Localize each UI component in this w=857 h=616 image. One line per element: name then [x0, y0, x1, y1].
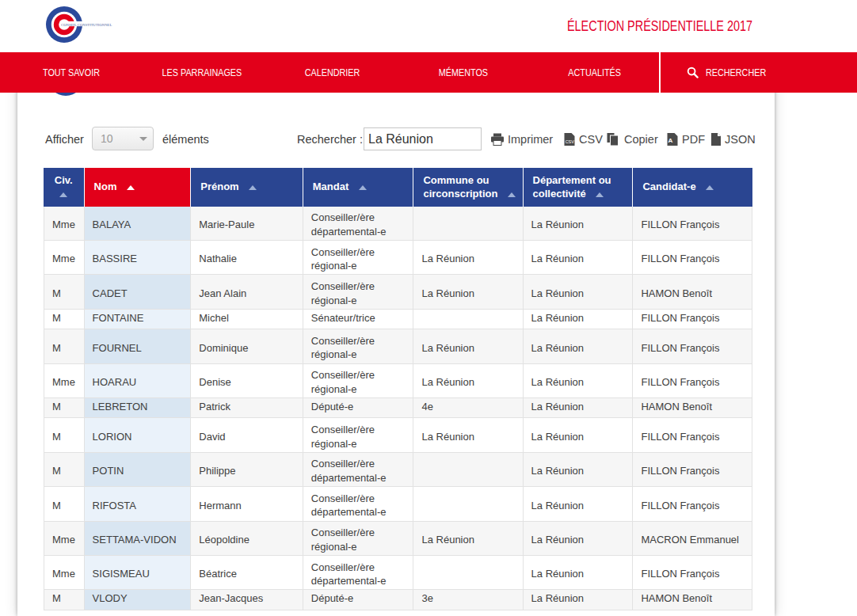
svg-text:CSV: CSV	[566, 139, 574, 144]
svg-text:A: A	[668, 137, 673, 144]
svg-text:CONSEIL CONSTITUTIONNEL: CONSEIL CONSTITUTIONNEL	[61, 23, 112, 27]
